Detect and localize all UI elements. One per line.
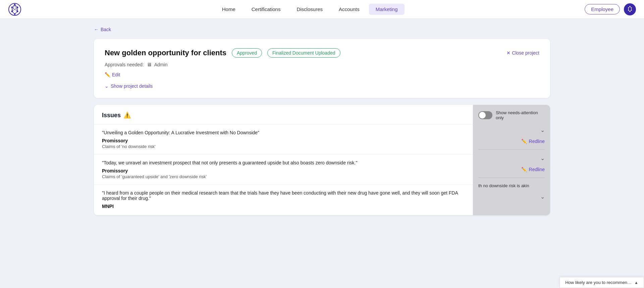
- toggle-label: Show needs-attention only: [496, 110, 545, 120]
- redline-label-2: Redline: [529, 167, 545, 172]
- issue-type: Promissory: [102, 168, 465, 173]
- inbox-icon: 🖥: [147, 62, 152, 67]
- approvals-row: Approvals needed: 🖥 Admin: [105, 62, 539, 67]
- issues-header: Issues ⚠️: [94, 105, 473, 125]
- close-project-button[interactable]: ✕ Close project: [506, 50, 539, 56]
- chevron-row-3: ⌄: [478, 192, 545, 201]
- issue-type: MNPI: [102, 204, 465, 209]
- employee-button[interactable]: Employee: [585, 4, 620, 14]
- edit-link[interactable]: ✏️ Edit: [105, 72, 539, 77]
- issue-quote: "I heard from a couple people on their m…: [102, 190, 465, 201]
- feedback-bar[interactable]: How likely are you to recommen… ▲: [559, 277, 644, 288]
- issue-row: "Today, we unravel an investment prospec…: [94, 155, 473, 185]
- nav-marketing[interactable]: Marketing: [369, 4, 405, 15]
- header-right: Employee: [585, 3, 636, 15]
- needs-attention-toggle[interactable]: [478, 111, 492, 119]
- redline-label-1: Redline: [529, 139, 545, 144]
- chevron-icon-1: ⌄: [540, 127, 545, 133]
- side-divider: [478, 149, 545, 150]
- nav-home[interactable]: Home: [215, 4, 242, 15]
- back-label: Back: [101, 27, 111, 32]
- chevron-down-icon: ⌄: [105, 83, 109, 89]
- main-nav: Home Certifications Disclosures Accounts…: [35, 4, 585, 15]
- project-title-row: New golden opportunity for clients Appro…: [105, 48, 539, 58]
- back-link[interactable]: ← Back: [94, 27, 550, 32]
- edit-label: Edit: [112, 72, 120, 77]
- chevron-icon-2: ⌄: [540, 155, 545, 161]
- svg-point-5: [14, 13, 16, 15]
- issues-container: Issues ⚠️ "Unveiling a Golden Opportunit…: [94, 105, 550, 215]
- redline-button-2[interactable]: ✏️ Redline: [478, 165, 545, 173]
- nav-disclosures[interactable]: Disclosures: [290, 4, 329, 15]
- svg-point-15: [631, 9, 632, 10]
- approved-badge: Approved: [232, 48, 262, 58]
- approvals-label: Approvals needed:: [105, 62, 144, 67]
- chevron-row-2: ⌄: [478, 154, 545, 163]
- issue-quote: "Today, we unravel an investment prospec…: [102, 160, 465, 165]
- svg-point-17: [628, 9, 629, 10]
- chevron-row-1: ⌄: [478, 126, 545, 135]
- main-content: ← Back New golden opportunity for client…: [0, 19, 644, 223]
- svg-marker-12: [629, 6, 632, 11]
- issues-card: Issues ⚠️ "Unveiling a Golden Opportunit…: [94, 105, 473, 215]
- nav-certifications[interactable]: Certifications: [245, 4, 287, 15]
- issue-quote: "Unveiling a Golden Opportunity: A Lucra…: [102, 130, 465, 135]
- approvals-value: Admin: [154, 62, 168, 67]
- issue-desc: Claims of 'no downside risk': [102, 144, 465, 149]
- feedback-text: How likely are you to recommen…: [565, 280, 632, 285]
- close-project-label: Close project: [512, 50, 539, 56]
- warning-icon: ⚠️: [123, 112, 131, 119]
- redline-pencil-icon-1: ✏️: [521, 139, 527, 144]
- back-arrow-icon: ←: [94, 27, 99, 32]
- redline-button-1[interactable]: ✏️ Redline: [478, 137, 545, 145]
- side-panel: Show needs-attention only ⌄ ✏️ Redline ⌄…: [473, 105, 550, 215]
- finalized-badge: Finalized Document Uploaded: [267, 48, 340, 58]
- issue-type: Promissory: [102, 138, 465, 143]
- project-title: New golden opportunity for clients: [105, 49, 226, 57]
- side-bottom-text: th no downside risk is akin: [478, 182, 545, 190]
- header: Home Certifications Disclosures Accounts…: [0, 0, 644, 19]
- nav-accounts[interactable]: Accounts: [332, 4, 366, 15]
- chevron-icon-3: ⌄: [540, 194, 545, 200]
- issue-row: "I heard from a couple people on their m…: [94, 185, 473, 215]
- show-details-label: Show project details: [111, 83, 153, 89]
- toggle-row: Show needs-attention only: [478, 110, 545, 120]
- close-icon: ✕: [506, 50, 511, 56]
- feedback-chevron-icon: ▲: [634, 280, 638, 285]
- svg-point-13: [630, 6, 631, 7]
- project-card: New golden opportunity for clients Appro…: [94, 39, 550, 98]
- issue-desc: Claims of 'guaranteed upside' and 'zero …: [102, 174, 465, 179]
- issues-title: Issues: [102, 112, 121, 119]
- side-divider-2: [478, 177, 545, 178]
- avatar[interactable]: [624, 3, 636, 15]
- svg-point-18: [628, 7, 629, 8]
- issue-row: "Unveiling a Golden Opportunity: A Lucra…: [94, 125, 473, 155]
- svg-point-16: [630, 11, 631, 12]
- pencil-icon: ✏️: [105, 72, 110, 77]
- svg-point-14: [631, 7, 632, 8]
- logo[interactable]: [8, 3, 21, 16]
- redline-pencil-icon-2: ✏️: [521, 167, 527, 172]
- show-details-link[interactable]: ⌄ Show project details: [105, 83, 539, 89]
